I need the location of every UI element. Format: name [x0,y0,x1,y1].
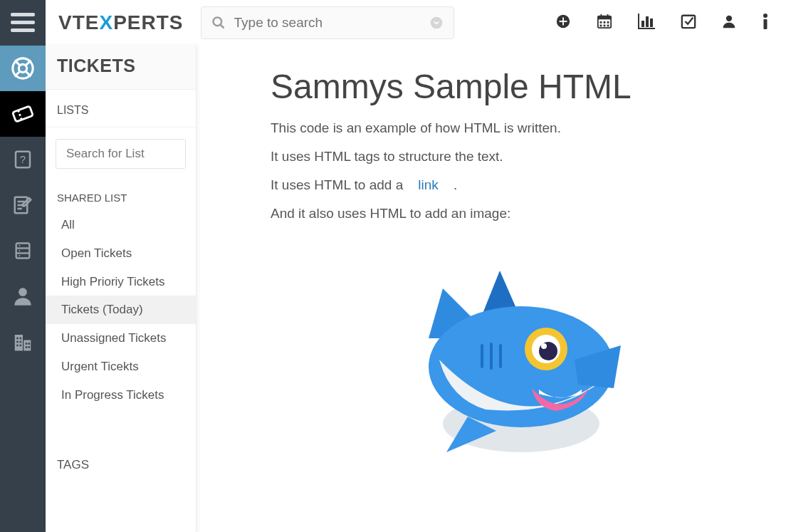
list-item[interactable]: High Prioriy Tickets [46,268,196,296]
reports-button[interactable] [638,14,655,32]
svg-rect-56 [20,345,22,347]
svg-rect-12 [607,14,609,18]
svg-line-4 [220,25,224,28]
image-wrap [271,234,758,466]
list-item[interactable]: In Progress Tickets [46,381,196,410]
svg-rect-52 [20,338,22,340]
tasks-button[interactable] [681,14,696,32]
svg-rect-2 [11,28,35,32]
svg-rect-1 [11,21,35,24]
svg-rect-24 [682,16,695,28]
svg-point-47 [19,255,20,256]
book-question-icon: ? [12,149,33,170]
icon-rail: ? [0,46,46,532]
bar-chart-icon [638,14,655,29]
tags-section-label: TAGS [46,415,196,479]
svg-point-5 [430,17,442,29]
rail-faq[interactable]: ? [0,137,46,182]
sample-link[interactable]: link [418,177,439,192]
svg-point-48 [19,288,27,296]
panel-title: TICKETS [46,46,196,90]
lifebuoy-icon [11,56,35,80]
svg-rect-11 [601,14,602,18]
paragraph: This code is an example of how HTML is w… [271,120,758,136]
svg-rect-18 [607,25,609,27]
svg-rect-51 [16,338,19,340]
svg-rect-23 [650,19,653,27]
chevron-down-icon[interactable] [429,16,444,30]
svg-point-26 [763,14,767,18]
svg-rect-58 [28,343,31,345]
svg-rect-49 [15,335,23,351]
content-area: Sammys Sample HTML This code is an examp… [197,46,786,532]
svg-point-45 [19,245,20,246]
lists-section-label: LISTS [46,90,196,127]
info-button[interactable] [762,14,769,32]
svg-point-3 [213,18,221,26]
svg-rect-13 [600,21,602,24]
server-icon [13,240,33,261]
logo-text-post: PERTS [113,11,183,33]
svg-rect-19 [638,14,639,29]
global-search [201,6,454,39]
list-item[interactable]: Unassigned Tickets [46,324,196,353]
search-input[interactable] [234,15,429,31]
svg-rect-17 [604,25,606,27]
svg-rect-60 [28,346,31,348]
shared-list: All Open Tickets High Prioriy Tickets Ti… [46,211,196,415]
svg-rect-8 [560,21,567,22]
plus-circle-icon [555,14,571,29]
svg-rect-57 [26,343,28,345]
rail-database[interactable] [0,228,46,273]
svg-line-35 [19,110,22,120]
svg-rect-27 [764,19,767,29]
svg-rect-10 [598,16,611,20]
compose-icon [12,194,33,216]
svg-rect-54 [20,341,22,343]
logo: VTEXPERTS [46,11,197,34]
list-item[interactable]: Urgent Ticekts [46,353,196,381]
text-span: . [450,177,458,192]
menu-button[interactable] [0,0,46,46]
buildings-icon [12,331,33,353]
svg-rect-59 [26,346,28,348]
svg-rect-42 [16,244,30,259]
list-item[interactable]: Tickets (Today) [46,296,196,324]
rail-tickets[interactable] [0,91,46,137]
list-item[interactable]: Open Tickets [46,239,196,268]
svg-rect-22 [646,16,649,27]
rail-user[interactable] [0,273,46,319]
rail-org[interactable] [0,319,46,365]
svg-point-25 [726,16,732,21]
svg-rect-55 [16,345,19,347]
search-box[interactable] [201,6,454,39]
user-button[interactable] [722,14,736,32]
top-icon-bar [555,14,786,32]
paragraph: It uses HTML to add a link . [271,177,758,193]
list-search-input[interactable] [56,139,186,169]
top-bar: VTEXPERTS [0,0,786,46]
search-icon [211,16,226,30]
list-search-wrap [56,139,186,169]
shared-list-label: SHARED LIST [46,172,196,211]
checkbox-icon [681,14,696,29]
svg-rect-53 [16,341,19,343]
svg-rect-16 [600,25,602,27]
calendar-icon [597,14,612,29]
svg-point-29 [19,64,26,72]
rail-support[interactable] [0,46,46,91]
calendar-button[interactable] [597,14,612,32]
paragraph: And it also uses HTML to add an image: [271,206,758,221]
svg-rect-21 [641,21,644,27]
svg-rect-0 [11,13,35,16]
rail-notes[interactable] [0,182,46,228]
person-icon [13,286,33,307]
side-panel: TICKETS LISTS SHARED LIST All Open Ticke… [46,46,197,532]
svg-text:?: ? [20,153,26,165]
list-item[interactable]: All [46,211,196,239]
svg-point-66 [541,343,547,349]
add-button[interactable] [555,14,571,32]
page-heading: Sammys Sample HTML [271,67,758,106]
main-layout: ? TICKETS LISTS SHARED LIST All Open Tic… [0,46,786,532]
svg-rect-15 [607,21,609,24]
